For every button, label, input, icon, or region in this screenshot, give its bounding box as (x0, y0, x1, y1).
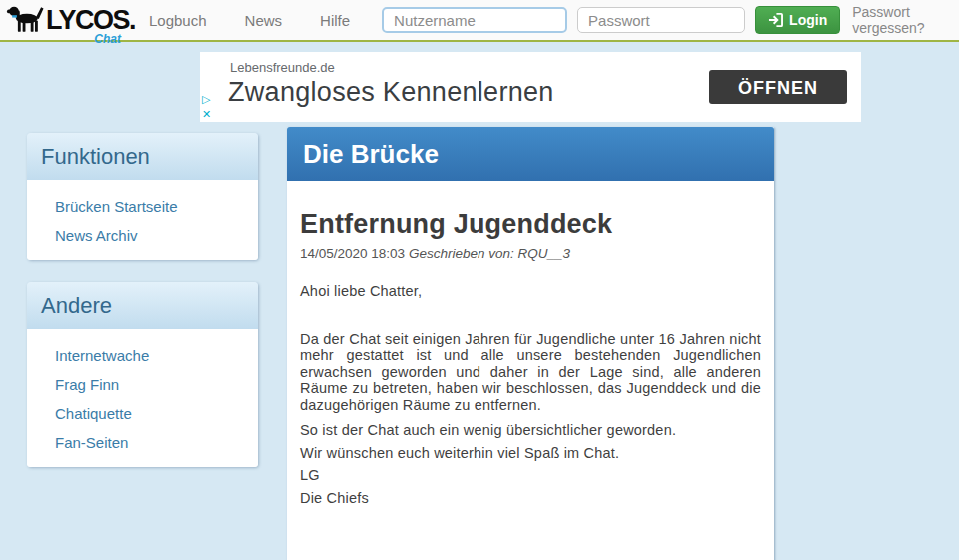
ad-headline[interactable]: Zwangloses Kennenlernen (228, 77, 554, 108)
lycos-wordmark: LYCOS. (46, 7, 135, 34)
nav-item-hilfe[interactable]: Hilfe (306, 12, 374, 29)
article-meta: 14/05/2020 18:03 Geschrieben von: RQU__3 (300, 246, 761, 261)
main-nav: Logbuch News Hilfe (135, 12, 374, 29)
password-input[interactable] (577, 7, 745, 33)
article-paragraph: Wir wünschen euch weiterhin viel Spaß im… (300, 445, 761, 462)
forgot-password-link[interactable]: Passwort vergessen? (852, 4, 959, 36)
sidebar-item-internetwache[interactable]: Internetwache (27, 341, 258, 370)
article-paragraph: LG (300, 467, 761, 484)
article: Entfernung Jugenddeck 14/05/2020 18:03 G… (287, 181, 774, 560)
main-panel: Die Brücke Entfernung Jugenddeck 14/05/2… (287, 127, 774, 560)
nav-item-logbuch[interactable]: Logbuch (135, 12, 231, 29)
sidebar-section-title: Funktionen (27, 133, 258, 180)
article-paragraph: Ahoi liebe Chatter, (300, 283, 761, 300)
nav-item-news[interactable]: News (231, 12, 307, 29)
sidebar-section-links: Internetwache Frag Finn Chatiquette Fan-… (27, 329, 258, 467)
login-button-label: Login (789, 12, 827, 28)
adchoices-icon[interactable]: ▷ (202, 94, 210, 105)
sidebar-item-news-archiv[interactable]: News Archiv (27, 221, 258, 250)
sidebar-item-chatiquette[interactable]: Chatiquette (27, 399, 258, 428)
lycos-dog-icon (6, 4, 44, 38)
ad-advertiser-label[interactable]: Lebensfreunde.de (230, 60, 335, 75)
article-paragraph: Die Chiefs (300, 490, 761, 507)
ad-close-icon[interactable]: ✕ (202, 109, 211, 120)
sidebar-section-funktionen: Funktionen Brücken Startseite News Archi… (27, 133, 258, 260)
lycos-chat-label: Chat (94, 32, 121, 46)
sidebar-section-links: Brücken Startseite News Archiv (27, 180, 258, 260)
login-arrow-icon (768, 13, 783, 27)
article-paragraph: So ist der Chat auch ein wenig übersicht… (300, 422, 761, 439)
article-paragraph: Da der Chat seit einigen Jahren für Juge… (300, 331, 761, 414)
article-title: Entfernung Jugenddeck (300, 181, 761, 240)
lycos-chat-logo[interactable]: LYCOS. Chat (6, 0, 121, 40)
ad-open-button[interactable]: ÖFFNEN (709, 70, 847, 104)
top-navigation-bar: LYCOS. Chat Logbuch News Hilfe Login Pas… (0, 0, 959, 42)
username-input[interactable] (382, 7, 567, 33)
login-area: Login Passwort vergessen? (382, 4, 959, 36)
article-body: Ahoi liebe Chatter, Da der Chat seit ein… (300, 283, 761, 506)
panel-title: Die Brücke (287, 127, 774, 181)
ad-banner: ▷ ✕ Lebensfreunde.de Zwangloses Kennenle… (200, 52, 861, 122)
sidebar-item-bruecken-startseite[interactable]: Brücken Startseite (27, 192, 258, 221)
sidebar-item-frag-finn[interactable]: Frag Finn (27, 370, 258, 399)
login-button[interactable]: Login (755, 6, 840, 34)
article-author: Geschrieben von: RQU__3 (409, 246, 570, 261)
sidebar-item-fan-seiten[interactable]: Fan-Seiten (27, 428, 258, 457)
article-datetime: 14/05/2020 18:03 (300, 246, 405, 261)
sidebar-section-andere: Andere Internetwache Frag Finn Chatiquet… (27, 282, 258, 467)
sidebar-section-title: Andere (27, 282, 258, 329)
